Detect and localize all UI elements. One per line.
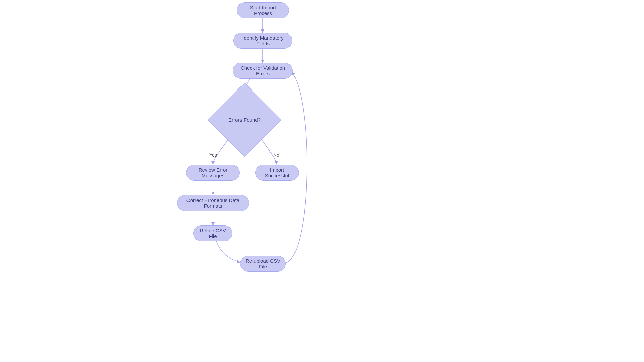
edge-label-yes: Yes (209, 152, 217, 158)
node-refine-label: Refine CSV File (198, 228, 227, 239)
node-correct: Correct Erroneous Data Formats (177, 195, 249, 211)
node-correct-label: Correct Erroneous Data Formats (182, 197, 244, 209)
node-start-label: Start Import Process (242, 5, 284, 16)
node-reupload-label: Re-upload CSV File (245, 258, 281, 269)
flowchart-canvas: Start Import Process Identify Mandatory … (0, 0, 644, 362)
node-refine: Refine CSV File (193, 225, 232, 241)
node-start: Start Import Process (237, 2, 289, 18)
node-identify: Identify Mandatory Fields (233, 33, 292, 49)
node-review: Review Error Messages (186, 165, 240, 181)
node-success-label: Import Successful (260, 167, 294, 178)
node-review-label: Review Error Messages (191, 167, 235, 178)
edge-label-no: No (273, 152, 279, 158)
node-decision-label: Errors Found? (218, 94, 271, 146)
node-identify-label: Identify Mandatory Fields (238, 35, 287, 46)
node-success: Import Successful (255, 165, 299, 181)
edge-refine-reupload (216, 241, 240, 262)
node-decision: Errors Found? (218, 94, 271, 146)
node-check-label: Check for Validation Errors (238, 65, 288, 76)
edges-layer (0, 0, 644, 362)
node-reupload: Re-upload CSV File (240, 256, 286, 272)
node-check: Check for Validation Errors (233, 63, 293, 79)
